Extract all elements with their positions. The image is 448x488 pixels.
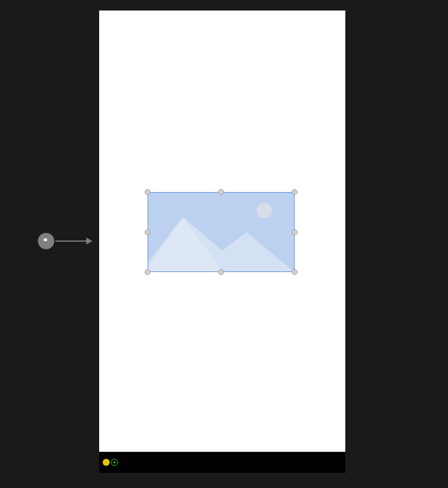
selected-image-placeholder[interactable] bbox=[148, 192, 295, 272]
flag-icon bbox=[43, 238, 50, 245]
status-bar bbox=[99, 452, 345, 473]
resize-handle-sw[interactable] bbox=[145, 269, 150, 275]
resize-handle-n[interactable] bbox=[218, 189, 224, 195]
tour-hint-arrow bbox=[55, 240, 92, 242]
status-icons bbox=[103, 459, 118, 466]
editor-stage bbox=[0, 0, 448, 488]
smile-icon[interactable] bbox=[103, 459, 110, 466]
tour-hint-bubble[interactable] bbox=[38, 233, 54, 249]
image-placeholder-glyph bbox=[148, 192, 295, 272]
resize-handle-s[interactable] bbox=[218, 269, 224, 275]
resize-handle-nw[interactable] bbox=[145, 189, 150, 195]
arrow-right-circle-icon[interactable] bbox=[111, 459, 118, 466]
placeholder-mountains-icon bbox=[148, 193, 294, 272]
resize-handle-se[interactable] bbox=[292, 269, 298, 275]
resize-handle-ne[interactable] bbox=[292, 189, 298, 195]
page-canvas[interactable] bbox=[99, 11, 345, 452]
resize-handle-w[interactable] bbox=[145, 229, 150, 235]
resize-handle-e[interactable] bbox=[292, 229, 298, 235]
